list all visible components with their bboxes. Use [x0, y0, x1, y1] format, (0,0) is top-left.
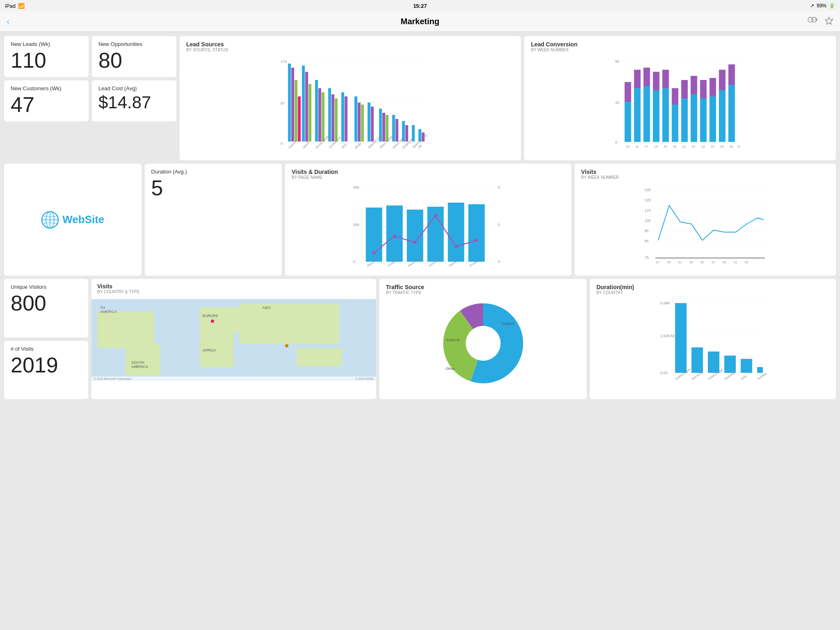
duration-country-svg: 5.08K 2,539.59 0.00 United States German… [596, 298, 829, 393]
map-copyright: © 2015 Microsoft Corporation © 2015 HERE [91, 377, 376, 381]
svg-text:0.00: 0.00 [660, 371, 668, 375]
svg-rect-16 [302, 66, 305, 142]
svg-text:5: 5 [498, 185, 500, 189]
svg-rect-64 [644, 86, 650, 142]
svg-text:25: 25 [720, 145, 724, 148]
num-visits-tile: # of Visits 2019 [4, 341, 88, 399]
new-leads-value: 110 [11, 49, 82, 72]
svg-text:27: 27 [656, 260, 659, 264]
svg-rect-77 [700, 80, 707, 98]
new-opportunities-tile: New Opportunities 80 [92, 36, 176, 77]
new-customers-tile: New Customers (Wk) 47 [4, 80, 89, 121]
svg-rect-65 [644, 68, 650, 86]
svg-rect-18 [308, 84, 311, 142]
svg-rect-31 [371, 107, 374, 142]
traffic-donut-svg: Organic Referral Other [442, 302, 524, 384]
svg-text:PPC: PPC [341, 142, 348, 150]
globe-icon [41, 211, 59, 229]
svg-rect-13 [291, 68, 294, 142]
visits-line-chart: Visits BY WEEK NUMBER 135 125 115 105 95… [575, 164, 836, 276]
svg-rect-22 [328, 88, 331, 142]
svg-text:0: 0 [281, 142, 283, 146]
svg-rect-21 [322, 92, 324, 142]
status-bar: iPad 📶 15:27 ↗ 99% 🔋 [0, 0, 840, 11]
unique-visitors-value: 800 [11, 292, 82, 315]
svg-rect-83 [728, 64, 735, 85]
nav-bar: ‹ Marketing + [0, 11, 840, 32]
svg-text:5.08K: 5.08K [660, 301, 670, 305]
visits-duration-svg: 400 200 0 5 5 5 [292, 183, 565, 269]
svg-rect-33 [382, 113, 385, 142]
duration-country-title: Duration(min) [596, 284, 829, 290]
row-2: WebSite Duration (Avg.) 5 Visits & Durat… [4, 164, 836, 276]
device-label: iPad [5, 3, 16, 9]
visits-map-subtitle: BY COUNTRY & TYPE [97, 290, 370, 294]
svg-text:5: 5 [498, 223, 500, 227]
svg-rect-72 [681, 98, 688, 142]
kpi-group-top: New Leads (Wk) 110 New Opportunities 80 … [4, 36, 176, 160]
svg-text:+: + [831, 17, 833, 21]
svg-point-121 [475, 239, 478, 242]
svg-rect-62 [634, 88, 641, 142]
lead-cost-label: Lead Cost (Avg) [98, 85, 170, 91]
unique-visitors-tile: Unique Visitors 800 [4, 279, 88, 338]
visits-duration-chart: Visits & Duration BY PAGE NAME 400 200 0… [285, 164, 571, 276]
svg-rect-111 [386, 205, 403, 262]
visits-duration-title: Visits & Duration [292, 169, 565, 175]
svg-text:75: 75 [644, 256, 648, 260]
svg-text:16: 16 [635, 145, 639, 148]
svg-rect-36 [395, 119, 398, 142]
svg-rect-82 [728, 85, 735, 142]
svg-text:43: 43 [744, 260, 748, 264]
lead-cost-tile: Lead Cost (Avg) $14.87 [92, 80, 176, 121]
svg-rect-60 [625, 102, 631, 142]
row-1: New Leads (Wk) 110 New Opportunities 80 … [4, 36, 836, 160]
donut-container: Organic Referral Other [386, 298, 580, 388]
svg-rect-67 [653, 72, 660, 90]
svg-text:0: 0 [615, 140, 617, 144]
add-group-icon[interactable] [807, 16, 818, 27]
svg-rect-81 [719, 70, 726, 90]
location-icon: ↗ [810, 3, 814, 9]
visits-line-title: Visits [581, 169, 829, 175]
svg-text:26: 26 [730, 145, 733, 148]
svg-rect-29 [361, 105, 364, 142]
new-leads-tile: New Leads (Wk) 110 [4, 36, 89, 77]
svg-point-118 [413, 241, 417, 244]
back-button[interactable]: ‹ [7, 16, 9, 27]
svg-text:86: 86 [615, 59, 619, 64]
duration-label: Duration (Avg.) [151, 169, 276, 175]
svg-text:39: 39 [722, 260, 726, 264]
svg-rect-23 [331, 94, 334, 142]
star-icon[interactable]: + [824, 16, 833, 27]
status-left: iPad 📶 [5, 3, 25, 9]
svg-rect-68 [662, 88, 669, 142]
lead-conversion-chart: Lead Conversion BY WEEK NUMBER 86 43 0 [524, 36, 836, 160]
svg-rect-38 [405, 125, 408, 142]
visits-duration-subtitle: BY PAGE NAME [292, 175, 565, 180]
svg-text:200: 200 [353, 223, 359, 227]
visits-map-title: Visits [97, 283, 370, 290]
svg-point-119 [434, 214, 437, 217]
svg-rect-24 [335, 98, 338, 142]
svg-text:0: 0 [353, 260, 355, 264]
svg-rect-30 [368, 103, 370, 142]
duration-country-subtitle: BY COUNTRY [596, 290, 829, 295]
svg-rect-15 [298, 96, 301, 142]
map-header: Visits BY COUNTRY & TYPE [91, 279, 376, 299]
svg-text:29: 29 [667, 260, 670, 264]
svg-rect-114 [448, 203, 464, 262]
svg-text:135: 135 [644, 188, 651, 192]
svg-text:24: 24 [711, 145, 714, 148]
svg-rect-14 [294, 80, 297, 142]
svg-rect-27 [354, 96, 357, 142]
svg-text:115: 115 [644, 208, 651, 212]
status-time: 15:27 [413, 3, 427, 9]
visits-line-svg: 135 125 115 105 95 85 75 27 29 [581, 183, 829, 269]
svg-point-154 [466, 326, 500, 361]
svg-rect-28 [358, 103, 361, 142]
svg-text:5: 5 [498, 260, 500, 264]
svg-rect-25 [341, 92, 344, 142]
svg-text:27: 27 [737, 145, 740, 148]
svg-point-120 [454, 245, 458, 248]
